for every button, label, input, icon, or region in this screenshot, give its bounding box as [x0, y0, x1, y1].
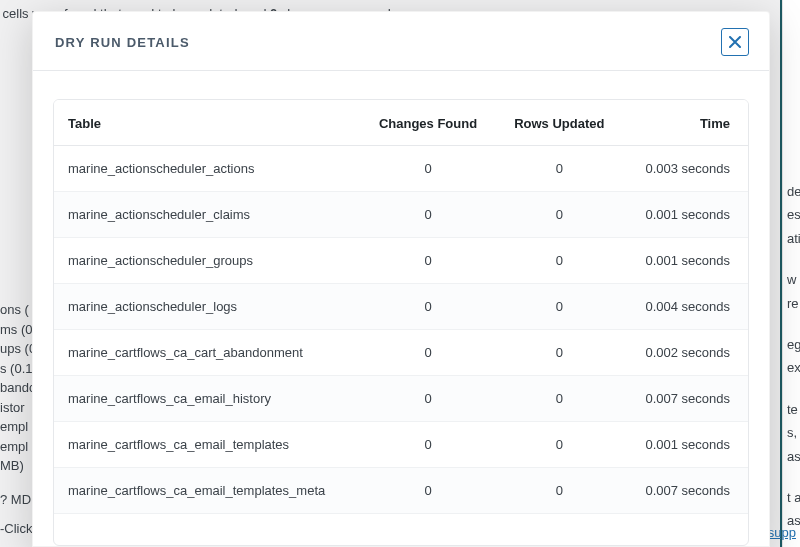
results-table-card: Table Changes Found Rows Updated Time ma… — [53, 99, 749, 546]
cell-changes-found: 0 — [360, 422, 496, 468]
cell-rows-updated: 0 — [496, 146, 623, 192]
cell-rows-updated: 0 — [496, 422, 623, 468]
table-row: marine_cartflows_ca_email_templates_meta… — [54, 468, 748, 514]
cell-time: 0.001 seconds — [623, 238, 748, 284]
table-row: marine_cartflows_ca_cart_abandonment000.… — [54, 330, 748, 376]
modal-title: DRY RUN DETAILS — [55, 35, 190, 50]
cell-rows-updated: 0 — [496, 330, 623, 376]
results-table: Table Changes Found Rows Updated Time ma… — [54, 100, 748, 514]
cell-rows-updated: 0 — [496, 192, 623, 238]
col-header-time: Time — [623, 100, 748, 146]
cell-table-name: marine_cartflows_ca_cart_abandonment — [54, 330, 360, 376]
col-header-changes: Changes Found — [360, 100, 496, 146]
cell-time: 0.004 seconds — [623, 284, 748, 330]
cell-time: 0.003 seconds — [623, 146, 748, 192]
cell-table-name: marine_cartflows_ca_email_history — [54, 376, 360, 422]
cell-table-name: marine_cartflows_ca_email_templates_meta — [54, 468, 360, 514]
table-row: marine_actionscheduler_actions000.003 se… — [54, 146, 748, 192]
col-header-rows: Rows Updated — [496, 100, 623, 146]
cell-table-name: marine_cartflows_ca_email_templates — [54, 422, 360, 468]
cell-changes-found: 0 — [360, 468, 496, 514]
table-row: marine_actionscheduler_groups000.001 sec… — [54, 238, 748, 284]
cell-table-name: marine_actionscheduler_actions — [54, 146, 360, 192]
cell-time: 0.001 seconds — [623, 422, 748, 468]
cell-changes-found: 0 — [360, 192, 496, 238]
cell-changes-found: 0 — [360, 238, 496, 284]
close-icon — [729, 36, 741, 48]
cell-time: 0.007 seconds — [623, 376, 748, 422]
cell-changes-found: 0 — [360, 376, 496, 422]
table-header-row: Table Changes Found Rows Updated Time — [54, 100, 748, 146]
cell-rows-updated: 0 — [496, 238, 623, 284]
close-button[interactable] — [721, 28, 749, 56]
table-row: marine_actionscheduler_logs000.004 secon… — [54, 284, 748, 330]
table-row: marine_cartflows_ca_email_history000.007… — [54, 376, 748, 422]
table-row: marine_cartflows_ca_email_templates000.0… — [54, 422, 748, 468]
modal-body: Table Changes Found Rows Updated Time ma… — [33, 71, 769, 546]
cell-time: 0.007 seconds — [623, 468, 748, 514]
cell-time: 0.002 seconds — [623, 330, 748, 376]
cell-rows-updated: 0 — [496, 376, 623, 422]
col-header-table: Table — [54, 100, 360, 146]
cell-table-name: marine_actionscheduler_groups — [54, 238, 360, 284]
modal-header: DRY RUN DETAILS — [33, 12, 769, 71]
cell-changes-found: 0 — [360, 146, 496, 192]
cell-changes-found: 0 — [360, 284, 496, 330]
cell-time: 0.001 seconds — [623, 192, 748, 238]
cell-rows-updated: 0 — [496, 468, 623, 514]
cell-rows-updated: 0 — [496, 284, 623, 330]
cell-table-name: marine_actionscheduler_logs — [54, 284, 360, 330]
modal-overlay: DRY RUN DETAILS Table Changes Found Rows… — [0, 0, 800, 547]
table-row: marine_actionscheduler_claims000.001 sec… — [54, 192, 748, 238]
dry-run-modal: DRY RUN DETAILS Table Changes Found Rows… — [32, 11, 770, 547]
cell-table-name: marine_actionscheduler_claims — [54, 192, 360, 238]
cell-changes-found: 0 — [360, 330, 496, 376]
